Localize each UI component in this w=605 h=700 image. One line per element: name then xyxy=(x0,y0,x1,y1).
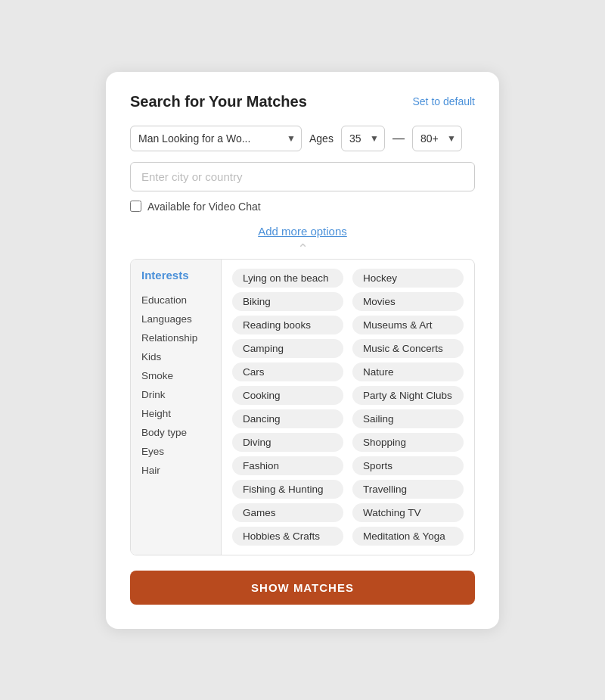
tag-movies[interactable]: Movies xyxy=(352,292,464,311)
interests-sidebar: Interests Education Languages Relationsh… xyxy=(131,260,222,555)
filters-row: Man Looking for a Wo... Woman Looking fo… xyxy=(130,126,475,151)
city-input[interactable] xyxy=(130,162,475,191)
tag-cars[interactable]: Cars xyxy=(232,362,343,381)
sidebar-item-languages[interactable]: Languages xyxy=(141,310,210,328)
tag-lying-on-the-beach[interactable]: Lying on the beach xyxy=(232,269,343,288)
age-max-wrapper: 40506070 80+ ▼ xyxy=(412,126,462,151)
tag-dancing[interactable]: Dancing xyxy=(232,409,343,428)
sidebar-item-relationship[interactable]: Relationship xyxy=(141,328,210,347)
tag-cooking[interactable]: Cooking xyxy=(232,386,343,405)
tag-sailing[interactable]: Sailing xyxy=(352,409,464,428)
tag-hobbies-crafts[interactable]: Hobbies & Crafts xyxy=(232,527,343,546)
collapse-icon: ⌃ xyxy=(130,241,475,257)
video-chat-row: Available for Video Chat xyxy=(130,201,475,213)
age-min-wrapper: 18202530 35404550 ▼ xyxy=(341,126,385,151)
age-max-select[interactable]: 40506070 80+ xyxy=(412,126,462,151)
page-title: Search for Your Matches xyxy=(130,93,307,110)
interests-panel: Interests Education Languages Relationsh… xyxy=(130,259,475,555)
add-more-row: Add more options xyxy=(130,225,475,238)
interests-title: Interests xyxy=(141,269,210,282)
tag-museums-art[interactable]: Museums & Art xyxy=(352,316,464,334)
tag-party-night-clubs[interactable]: Party & Night Clubs xyxy=(352,386,464,405)
tag-watching-tv[interactable]: Watching TV xyxy=(352,503,464,522)
tag-meditation-yoga[interactable]: Meditation & Yoga xyxy=(352,527,464,546)
video-chat-checkbox[interactable] xyxy=(130,201,141,212)
tag-camping[interactable]: Camping xyxy=(232,339,343,358)
tag-reading-books[interactable]: Reading books xyxy=(232,316,343,334)
tag-travelling[interactable]: Travelling xyxy=(352,480,464,499)
tag-games[interactable]: Games xyxy=(232,503,343,522)
interests-layout: Interests Education Languages Relationsh… xyxy=(131,260,474,555)
tag-hockey[interactable]: Hockey xyxy=(352,269,464,288)
tag-music-concerts[interactable]: Music & Concerts xyxy=(352,339,464,358)
video-chat-label: Available for Video Chat xyxy=(147,201,261,213)
show-matches-button[interactable]: SHOW MATCHES xyxy=(130,571,475,605)
sidebar-item-drink[interactable]: Drink xyxy=(141,385,210,404)
interests-grid: Lying on the beach Hockey Biking Movies … xyxy=(222,260,474,555)
add-more-link[interactable]: Add more options xyxy=(258,225,347,238)
tag-fishing-hunting[interactable]: Fishing & Hunting xyxy=(232,480,343,499)
tag-biking[interactable]: Biking xyxy=(232,292,343,311)
sidebar-item-kids[interactable]: Kids xyxy=(141,347,210,366)
sidebar-item-height[interactable]: Height xyxy=(141,404,210,423)
card-header: Search for Your Matches Set to default xyxy=(130,93,475,110)
tag-sports[interactable]: Sports xyxy=(352,456,464,475)
tag-shopping[interactable]: Shopping xyxy=(352,433,464,452)
sidebar-item-eyes[interactable]: Eyes xyxy=(141,442,210,461)
age-min-select[interactable]: 18202530 35404550 xyxy=(341,126,385,151)
tag-diving[interactable]: Diving xyxy=(232,433,343,452)
sidebar-item-hair[interactable]: Hair xyxy=(141,461,210,480)
dash-separator: — xyxy=(392,132,405,145)
ages-label: Ages xyxy=(309,132,334,145)
tag-fashion[interactable]: Fashion xyxy=(232,456,343,475)
sidebar-item-body-type[interactable]: Body type xyxy=(141,423,210,442)
search-card: Search for Your Matches Set to default M… xyxy=(106,72,499,629)
tag-nature[interactable]: Nature xyxy=(352,362,464,381)
sidebar-item-education[interactable]: Education xyxy=(141,291,210,310)
looking-for-select[interactable]: Man Looking for a Wo... Woman Looking fo… xyxy=(130,126,302,151)
sidebar-item-smoke[interactable]: Smoke xyxy=(141,366,210,385)
set-default-link[interactable]: Set to default xyxy=(412,95,475,107)
looking-for-wrapper: Man Looking for a Wo... Woman Looking fo… xyxy=(130,126,302,151)
